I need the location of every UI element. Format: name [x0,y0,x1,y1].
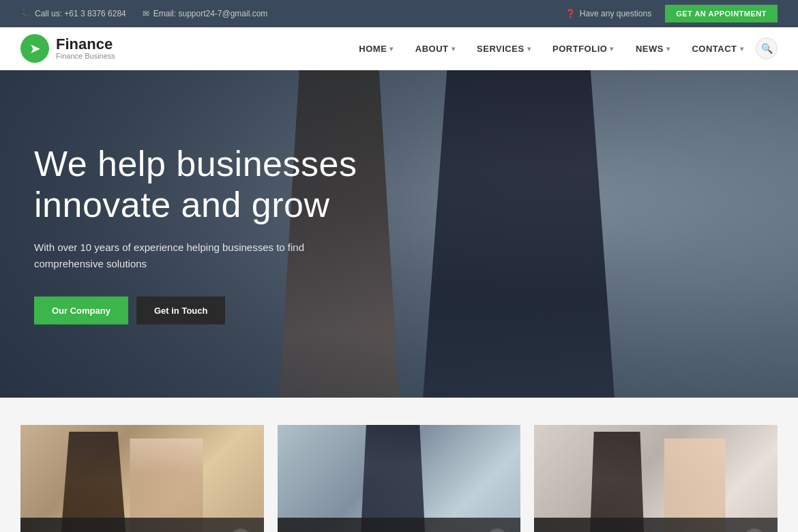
brand-sub: Finance Business [56,52,115,60]
cards-section: BUSINESS IDEAS AND INNOVATION › BUSINESS… [0,398,798,532]
card-1-overlay: BUSINESS IDEAS AND INNOVATION › [20,518,264,532]
card-1-arrow-icon: › [230,529,252,532]
questions-icon: ❓ [565,9,576,18]
card-2-person-a [326,425,460,532]
card-3[interactable]: DIRECTORY OF FINANCE BUSINESSES › [534,425,778,532]
email-icon: ✉ [143,9,149,18]
hero-subtitle: With over 10 years of experience helping… [34,239,321,271]
appointment-button[interactable]: GET AN APPOINTMENT [665,5,778,23]
logo-arrow-icon: ➤ [29,40,41,57]
card-3-person-a [571,432,664,532]
top-bar-left: 📞 Call us: +61 3 8376 6284 ✉ Email: supp… [20,9,267,18]
chevron-down-icon: ▾ [740,45,744,53]
logo-text: Finance Finance Business [56,37,115,60]
hero-content: We help businesses innovate and grow Wit… [34,144,430,325]
card-2[interactable]: BUSINESS IDEAS AND INNOVATION › [278,425,521,532]
email-text: Email: support24-7@gmail.com [153,9,268,18]
brand-name: Finance [56,37,115,52]
nav-about[interactable]: ABOUT ▾ [406,38,464,59]
email-info: ✉ Email: support24-7@gmail.com [143,9,268,18]
phone-icon: 📞 [20,9,31,18]
card-2-overlay: BUSINESS IDEAS AND INNOVATION › [278,518,521,532]
cards-row: BUSINESS IDEAS AND INNOVATION › BUSINESS… [20,425,778,532]
questions-text: Have any questions [580,9,651,18]
nav-news[interactable]: NEWS ▾ [626,38,680,59]
get-in-touch-button[interactable]: Get in Touch [136,296,225,324]
logo: ➤ Finance Finance Business [20,34,115,63]
questions-info: ❓ Have any questions [565,9,651,18]
nav-contact[interactable]: CONTACT ▾ [682,38,753,59]
search-button[interactable]: 🔍 [756,38,778,59]
chevron-down-icon: ▾ [389,45,394,53]
card-3-overlay: DIRECTORY OF FINANCE BUSINESSES › [534,518,778,532]
chevron-down-icon: ▾ [452,45,456,53]
logo-icon: ➤ [20,34,49,63]
card-3-photo [534,425,778,532]
chevron-down-icon: ▾ [527,45,531,53]
hero-section: We help businesses innovate and grow Wit… [0,70,798,398]
card-1-person-a [45,432,143,532]
card-2-photo [278,425,521,532]
search-icon: 🔍 [761,43,773,54]
top-bar: 📞 Call us: +61 3 8376 6284 ✉ Email: supp… [0,0,798,27]
chevron-down-icon: ▾ [666,45,670,53]
phone-text: Call us: +61 3 8376 6284 [35,9,126,18]
nav-services[interactable]: SERVICES ▾ [467,38,540,59]
card-2-arrow-icon: › [486,529,508,532]
our-company-button[interactable]: Our Company [34,296,128,324]
top-bar-right: ❓ Have any questions GET AN APPOINTMENT [565,5,778,23]
hero-buttons: Our Company Get in Touch [34,296,430,324]
card-1-photo [20,425,264,532]
card-1[interactable]: BUSINESS IDEAS AND INNOVATION › [20,425,264,532]
nav-portfolio[interactable]: PORTFOLIO ▾ [543,38,623,59]
main-nav: HOME ▾ ABOUT ▾ SERVICES ▾ PORTFOLIO ▾ NE… [349,38,778,59]
chevron-down-icon: ▾ [610,45,614,53]
hero-title: We help businesses innovate and grow [34,144,430,226]
phone-info: 📞 Call us: +61 3 8376 6284 [20,9,126,18]
header: ➤ Finance Finance Business HOME ▾ ABOUT … [0,27,798,70]
card-3-arrow-icon: › [743,529,765,532]
nav-home[interactable]: HOME ▾ [349,38,403,59]
